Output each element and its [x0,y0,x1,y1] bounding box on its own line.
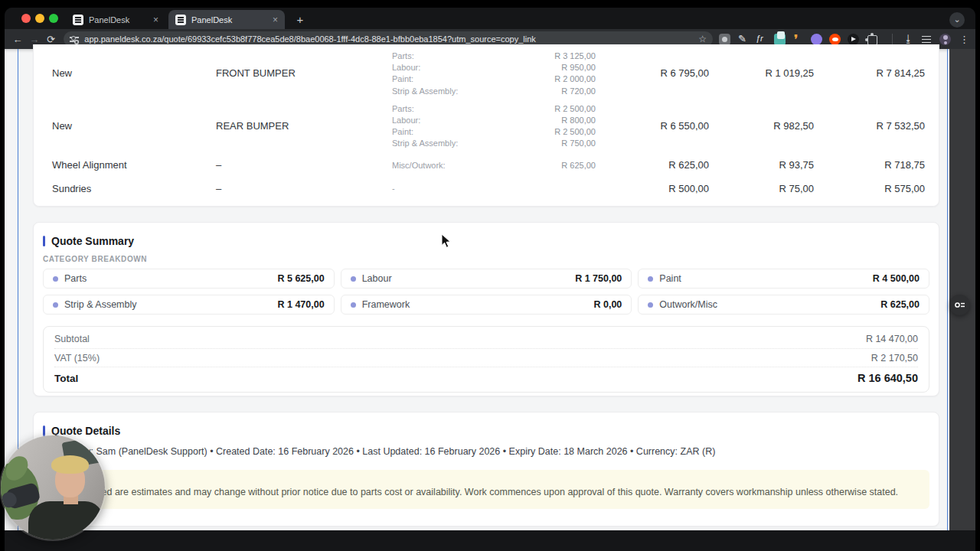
eyedropper-icon[interactable] [737,34,749,45]
category-card-framework: Framework R 0,00 [341,295,632,315]
quote-summary-title: Quote Summary [51,235,134,247]
breakdown-label: Parts: [392,104,414,113]
tab-search-button[interactable]: ⌄ [949,12,965,28]
download-icon[interactable] [903,34,914,45]
subtotal-row: Subtotal R 14 470,00 [54,330,918,348]
window-zoom-button[interactable] [49,14,58,23]
item-breakdown: Misc/Outwork:R 625,00 [392,161,599,170]
url-text[interactable]: app.paneldesk.co.za/quote/69933cefc53b8f… [84,34,693,44]
table-row: New REAR BUMPER Parts:R 2 500,00 Labour:… [34,99,939,153]
loom-icon[interactable] [811,34,822,45]
item-amount: R 500,00 [599,183,709,194]
breakdown-value: R 2 000,00 [554,74,596,83]
bookmark-star-icon[interactable]: ☆ [698,34,707,44]
tab-paneldesk-2-active[interactable]: PanelDesk × [168,10,285,29]
tab-paneldesk-1[interactable]: PanelDesk × [66,10,165,29]
category-value: R 625,00 [880,299,920,310]
item-vat: R 93,75 [709,159,814,171]
table-row: Wheel Alignment – Misc/Outwork:R 625,00 … [34,153,939,177]
total-value: R 16 640,50 [858,372,918,384]
breakdown-value: R 950,00 [561,63,596,72]
quote-details-title: Quote Details [51,425,120,437]
item-vat: R 982,50 [709,120,814,132]
vat-row: VAT (15%) R 2 170,50 [54,348,918,367]
breakdown-label: Paint: [392,127,413,136]
item-amount: R 625,00 [599,159,709,171]
item-breakdown: Parts:R 2 500,00 Labour:R 800,00 Paint:R… [392,104,599,148]
window-close-button[interactable] [21,14,31,23]
quote-summary-card: Quote Summary CATEGORY BREAKDOWN Parts R… [33,222,939,396]
right-dark-strip [949,49,975,530]
window-minimize-button[interactable] [35,14,44,23]
profile-avatar[interactable] [939,34,951,45]
camera-icon[interactable] [719,34,730,45]
breakdown-label: Paint: [392,74,413,83]
webcam-overlay [1,435,105,540]
item-description: REAR BUMPER [216,120,392,132]
subtotal-value: R 14 470,00 [866,334,918,344]
vat-label: VAT (15%) [54,353,100,364]
site-settings-icon[interactable] [70,34,79,44]
quote-items-table: New FRONT BUMPER Parts:R 3 125,00 Labour… [33,44,939,207]
reddit-icon[interactable] [829,34,841,45]
menu-kebab-icon[interactable]: ⋮ [959,34,969,45]
extensions-puzzle-icon[interactable] [866,34,877,45]
reading-list-icon[interactable] [921,34,933,45]
reload-button[interactable]: ⟳ [43,34,60,45]
category-value: R 1 470,00 [277,299,324,310]
item-total: R 575,00 [814,183,925,194]
category-card-outwork-misc: Outwork/Misc R 625,00 [638,295,929,315]
subtotal-label: Subtotal [54,334,90,344]
forward-button[interactable]: → [26,34,43,45]
new-tab-button[interactable]: + [292,12,308,28]
breakdown-label: Strip & Assembly: [392,139,458,148]
breakdown-value: R 2 500,00 [554,104,596,113]
item-breakdown: - [392,184,599,193]
comma-icon[interactable] [792,34,804,45]
category-name: Framework [362,299,410,310]
breakdown-label: Strip & Assembly: [392,86,458,96]
category-dot-icon [351,276,356,282]
total-row: Total R 16 640,50 [54,367,918,389]
item-amount: R 6 795,00 [599,67,709,79]
extensions-row: ⋮ [719,34,975,45]
category-card-paint: Paint R 4 500,00 [638,269,929,289]
table-row: Sundries – - R 500,00 R 75,00 R 575,00 [34,177,939,200]
quote-meta-line: Created By: Sam (PanelDesk Support) • Cr… [43,446,929,457]
item-description: FRONT BUMPER [216,67,392,79]
breakdown-value: R 625,00 [561,161,596,170]
item-status: New [52,120,216,132]
tab-close-icon[interactable]: × [273,15,278,25]
quote-actions-fab[interactable] [949,295,970,315]
item-status: Wheel Alignment [52,159,216,171]
quote-details-card: Quote Details Created By: Sam (PanelDesk… [33,412,939,527]
item-status: Sundries [52,183,216,194]
share-border-right [947,49,948,530]
category-name: Outwork/Misc [659,299,717,310]
category-dot-icon [53,276,58,282]
category-name: Parts [64,273,87,284]
fonts-icon[interactable] [756,34,767,45]
item-total: R 7 814,25 [814,67,925,79]
total-label: Total [54,373,78,384]
screen: PanelDesk × PanelDesk × + ⌄ ← → ⟳ app.pa… [0,0,980,551]
category-dot-icon [648,276,653,282]
category-value: R 1 750,00 [575,273,622,284]
back-button[interactable]: ← [9,34,26,45]
dark-reader-icon[interactable] [848,34,859,45]
breakdown-value: R 750,00 [561,139,596,148]
accent-bar [43,236,45,246]
paneldesk-favicon [175,15,186,25]
category-dot-icon [53,302,58,308]
category-name: Paint [659,273,681,284]
copy-icon[interactable] [774,34,786,45]
category-grid: Parts R 5 625,00 Labour R 1 750,00 Paint… [43,269,929,315]
disclaimer-text: Prices quoted are estimates and may chan… [54,487,919,497]
category-name: Strip & Assembly [64,299,136,310]
breakdown-label: - [392,184,395,193]
category-value: R 0,00 [593,299,622,310]
tab-close-icon[interactable]: × [153,15,158,25]
category-card-strip-assembly: Strip & Assembly R 1 470,00 [43,295,335,315]
category-card-parts: Parts R 5 625,00 [43,269,335,289]
item-total: R 7 532,50 [814,120,925,132]
